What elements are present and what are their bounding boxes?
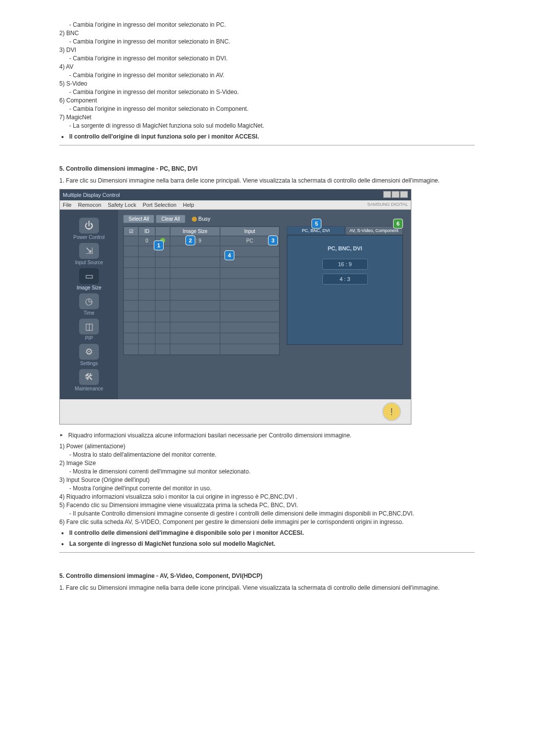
sidebar-label: Maintenance — [62, 386, 116, 391]
table-row — [124, 311, 279, 322]
col-check: ☑ — [124, 227, 138, 236]
settings-icon: ⚙ — [79, 344, 99, 360]
maintenance-icon: 🛠 — [79, 369, 99, 385]
menu-remocon[interactable]: Remocon — [78, 202, 101, 208]
window-controls[interactable] — [383, 191, 408, 199]
table-row: 4 — [124, 246, 279, 257]
clear-all-button[interactable]: Clear All — [156, 215, 185, 223]
item-bnc-sub: - Cambia l'origine in ingresso del monit… — [69, 38, 475, 45]
label: AV — [66, 63, 73, 70]
mid-item-3: 3) Input Source (Origine dell'input) — [59, 476, 475, 483]
item-dvi-sub: - Cambia l'origine in ingresso del monit… — [69, 55, 475, 62]
sidebar-item-power[interactable]: ⏻Power Control — [62, 218, 116, 240]
item-svideo-sub: - Cambia l'origine in ingresso del monit… — [69, 89, 475, 95]
cell-power: 1 — [155, 236, 170, 246]
busy-indicator: Busy — [192, 216, 210, 222]
app-window: Multiple Display Control File Remocon Sa… — [59, 189, 411, 425]
panel-body: PC, BNC, DVI 16 : 9 4 : 3 — [287, 235, 403, 345]
window-title: Multiple Display Control — [63, 192, 120, 198]
maximize-icon[interactable] — [392, 191, 400, 198]
close-icon[interactable] — [400, 191, 408, 198]
menu-help[interactable]: Help — [183, 202, 194, 208]
mid-bullet-1: Il controllo delle dimensioni dell'immag… — [59, 529, 475, 536]
label: BNC — [66, 30, 79, 37]
num: 3) — [59, 476, 65, 483]
sidebar-item-maintenance[interactable]: 🛠Maintenance — [62, 369, 116, 391]
cell-input-value: PC — [246, 238, 253, 243]
item-component: 6) Component — [59, 97, 475, 104]
num: 5) — [59, 502, 65, 509]
sidebar-label: Input Source — [62, 260, 116, 265]
panel-title: PC, BNC, DVI — [287, 245, 402, 251]
item-pc-sub: - Cambia l'origine in ingresso del monit… — [69, 21, 475, 28]
label: S-Video — [66, 80, 87, 87]
table-row — [124, 344, 279, 355]
num: 4) — [59, 493, 65, 500]
mid-item-2: 2) Image Size — [59, 460, 475, 467]
item-magicnet: 7) MagicNet — [59, 114, 475, 121]
item-component-sub: - Cambia l'origine in ingresso del monit… — [69, 105, 475, 112]
time-icon: ◷ — [79, 293, 99, 309]
title-bar: Multiple Display Control — [60, 189, 411, 200]
label: Image Size — [66, 460, 96, 467]
badge-4: 4 — [224, 250, 234, 260]
imagesize-icon: ▭ — [79, 268, 99, 284]
mdc-screenshot: Multiple Display Control File Remocon Sa… — [59, 189, 475, 425]
cell-check[interactable] — [124, 236, 138, 246]
mid-item-5: 5) Facendo clic su Dimensioni immagine v… — [59, 502, 475, 509]
empty-rows: 4 — [124, 246, 279, 355]
monitor-table: ☑ ID Image Size Input 0 1 16 — [123, 226, 280, 355]
label: Facendo clic su Dimensioni immagine vien… — [66, 502, 298, 509]
sidebar-item-settings[interactable]: ⚙Settings — [62, 344, 116, 366]
sidebar-item-imagesize[interactable]: ▭Image Size — [62, 268, 116, 290]
table-header: ☑ ID Image Size Input — [124, 227, 279, 236]
option-4-3-button[interactable]: 4 : 3 — [322, 274, 368, 284]
divider — [59, 145, 475, 145]
menu-bar: File Remocon Safety Lock Port Selection … — [60, 200, 411, 210]
badge-6: 6 — [393, 219, 403, 229]
divider — [59, 552, 475, 553]
section-5b-title: 5. Controllo dimensioni immagine - AV, S… — [59, 572, 475, 579]
body-area: ⏻Power Control ⇲Input Source ▭Image Size… — [60, 210, 411, 399]
power-icon: ⏻ — [79, 218, 99, 234]
input-icon: ⇲ — [79, 243, 99, 259]
menu-safetylock[interactable]: Safety Lock — [108, 202, 136, 208]
select-all-button[interactable]: Select All — [123, 215, 154, 223]
pip-icon: ◫ — [79, 319, 99, 334]
mid-item-1: 1) Power (alimentazione) — [59, 443, 475, 450]
num: 6) — [59, 97, 65, 104]
item-av: 4) AV — [59, 63, 475, 70]
badge-1: 1 — [154, 240, 164, 250]
mid-item-5-sub: - Il pulsante Controllo dimensioni immag… — [69, 510, 475, 517]
sidebar-label: PIP — [62, 335, 116, 341]
info-icon[interactable]: ! — [382, 402, 401, 421]
section-5b-step1: 1. Fare clic su Dimensioni immagine nell… — [59, 584, 475, 591]
item-av-sub: - Cambia l'origine in ingresso del monit… — [69, 72, 475, 79]
table-row[interactable]: 0 1 16 : 9 2 PC 3 — [124, 236, 279, 246]
table-row — [124, 268, 279, 279]
num: 2) — [59, 460, 65, 467]
sidebar-item-pip[interactable]: ◫PIP — [62, 319, 116, 341]
label: Riquadro informazioni visualizza solo i … — [66, 493, 298, 500]
sidebar-item-time[interactable]: ◷Time — [62, 293, 116, 316]
menu-portselection[interactable]: Port Selection — [142, 202, 176, 208]
top-buttons: Select All Clear All Busy — [123, 215, 406, 223]
num: 3) — [59, 47, 65, 53]
table-row — [124, 289, 279, 300]
sidebar: ⏻Power Control ⇲Input Source ▭Image Size… — [60, 210, 118, 399]
item-magicnet-sub: - La sorgente di ingresso di MagicNet fu… — [69, 122, 475, 129]
label: Input Source (Origine dell'input) — [66, 476, 149, 483]
col-imagesize: Image Size — [170, 227, 220, 236]
col-id: ID — [138, 227, 155, 236]
mid-item-4: 4) Riquadro informazioni visualizza solo… — [59, 493, 475, 500]
sidebar-item-input[interactable]: ⇲Input Source — [62, 243, 116, 265]
busy-dot-icon — [192, 217, 197, 222]
sidebar-label: Time — [62, 310, 116, 316]
option-16-9-button[interactable]: 16 : 9 — [322, 259, 368, 270]
minimize-icon[interactable] — [383, 191, 391, 198]
right-panel: PC, BNC, DVI AV, S-Video, Component 5 6 … — [284, 226, 406, 355]
section-5a-title: 5. Controllo dimensioni immagine - PC, B… — [59, 165, 475, 172]
label: Power (alimentazione) — [66, 443, 125, 450]
menu-file[interactable]: File — [63, 202, 72, 208]
label: MagicNet — [66, 114, 91, 121]
